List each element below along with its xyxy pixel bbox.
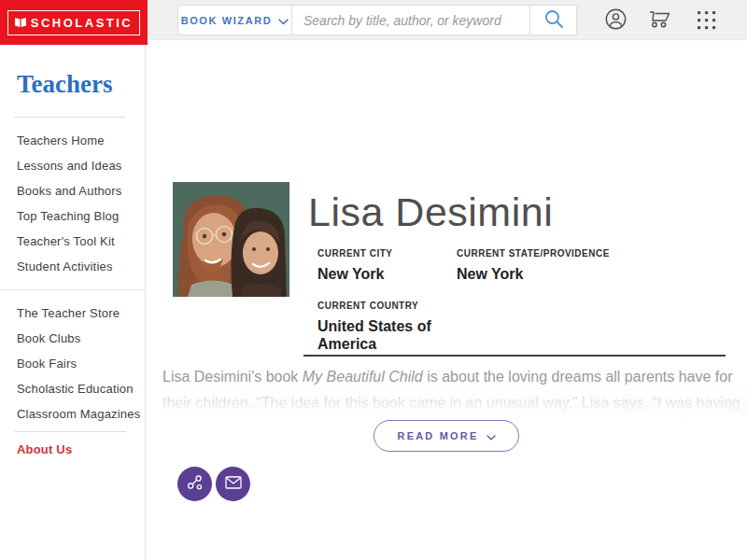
apps-menu-button[interactable] <box>695 10 717 33</box>
account-button[interactable] <box>604 9 627 32</box>
sidebar-divider <box>0 289 145 290</box>
field-value: United States of America <box>317 317 448 353</box>
read-more-button[interactable]: READ MORE <box>374 420 519 452</box>
field-current-city: CURRENT CITY New York <box>317 248 458 283</box>
sidebar-item-book-fairs[interactable]: Book Fairs <box>17 351 140 376</box>
grid-dots-icon <box>696 9 717 35</box>
sidebar-item-about-us[interactable]: About Us <box>17 442 72 456</box>
bio-line-1: Lisa Desimini's book My Beautiful Child … <box>162 364 747 390</box>
sidebar-title-teachers[interactable]: Teachers <box>17 70 113 99</box>
share-nodes-icon <box>187 474 204 495</box>
cart-button[interactable] <box>648 9 670 32</box>
search-input[interactable] <box>292 6 529 35</box>
sidebar-item-scholastic-education[interactable]: Scholastic Education <box>17 376 140 401</box>
user-circle-icon <box>605 8 627 34</box>
book-wizard-dropdown[interactable]: BOOK WIZARD <box>178 6 292 35</box>
sidebar-item-student-activities[interactable]: Student Activities <box>17 254 122 279</box>
sidebar-nav-secondary: The Teacher Store Book Clubs Book Fairs … <box>17 301 140 427</box>
sidebar-item-lessons-and-ideas[interactable]: Lessons and Ideas <box>17 153 122 178</box>
sidebar-item-classroom-magazines[interactable]: Classroom Magazines <box>17 401 140 427</box>
open-book-icon <box>14 15 27 32</box>
share-button[interactable] <box>177 467 212 501</box>
field-label: CURRENT CITY <box>317 248 458 259</box>
field-value: New York <box>457 265 634 283</box>
email-button[interactable] <box>216 467 250 501</box>
shopping-cart-icon <box>647 7 671 34</box>
field-value: New York <box>317 265 458 283</box>
author-name: Lisa Desimini <box>308 189 553 235</box>
logo-wordmark: SCHOLASTIC <box>31 17 134 29</box>
sidebar-item-book-clubs[interactable]: Book Clubs <box>17 326 140 351</box>
bio-text: Lisa Desimini's book <box>162 369 303 385</box>
field-current-country: CURRENT COUNTRY United States of America <box>317 301 448 353</box>
field-label: CURRENT COUNTRY <box>317 301 448 311</box>
sidebar-divider <box>14 431 126 432</box>
profile-divider <box>303 355 726 357</box>
sidebar-item-books-and-authors[interactable]: Books and Authors <box>17 178 122 203</box>
author-photo <box>173 182 289 297</box>
scholastic-logo-box: SCHOLASTIC <box>7 10 141 35</box>
sidebar-item-the-teacher-store[interactable]: The Teacher Store <box>17 301 140 326</box>
sidebar-item-teachers-tool-kit[interactable]: Teacher's Tool Kit <box>17 229 122 254</box>
scholastic-logo[interactable]: SCHOLASTIC <box>0 0 148 45</box>
chevron-down-icon <box>486 427 496 444</box>
search-bar: BOOK WIZARD <box>177 5 577 35</box>
field-current-state: CURRENT STATE/PROVIDENCE New York <box>457 248 634 283</box>
sidebar: Teachers Teachers Home Lessons and Ideas… <box>0 45 146 560</box>
sidebar-item-top-teaching-blog[interactable]: Top Teaching Blog <box>17 203 122 229</box>
sidebar-divider <box>14 117 126 118</box>
author-bio: Lisa Desimini's book My Beautiful Child … <box>162 364 747 416</box>
sidebar-item-teachers-home[interactable]: Teachers Home <box>17 128 122 153</box>
field-label: CURRENT STATE/PROVIDENCE <box>457 248 634 259</box>
search-button[interactable] <box>529 6 576 35</box>
magnifier-icon <box>543 8 564 32</box>
bio-book-title: My Beautiful Child <box>303 369 423 385</box>
sidebar-nav-primary: Teachers Home Lessons and Ideas Books an… <box>17 128 122 279</box>
page: BOOK WIZARD <box>0 0 747 560</box>
book-wizard-label: BOOK WIZARD <box>181 15 273 26</box>
read-more-label: READ MORE <box>397 430 478 441</box>
bio-text: is about the loving dreams all parents h… <box>423 369 733 385</box>
bio-line-2: their children. “The idea for this book … <box>162 390 747 416</box>
chevron-down-icon <box>278 12 289 29</box>
email-envelope-icon <box>225 476 242 493</box>
